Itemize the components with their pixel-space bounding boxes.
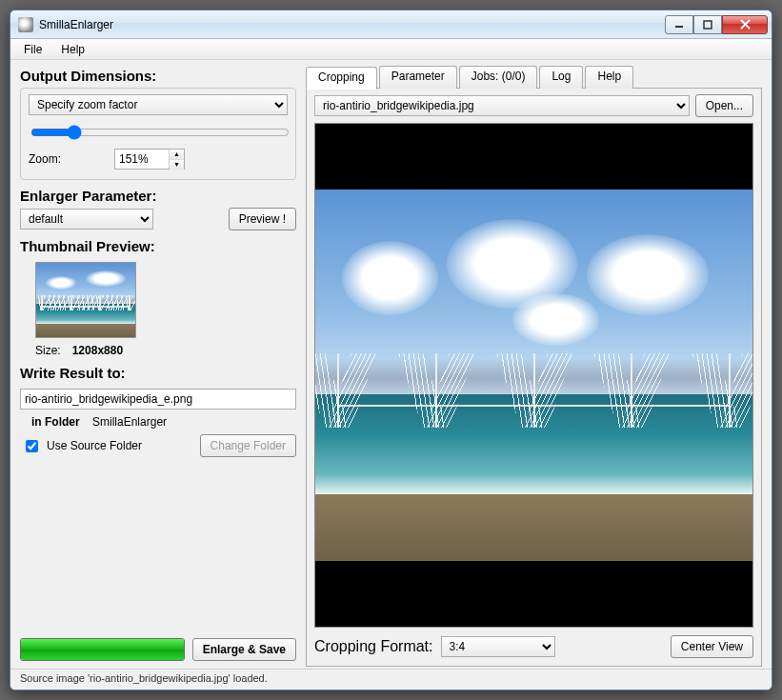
thumbnail-image	[35, 262, 136, 338]
parameter-preset-combo[interactable]: default	[20, 209, 153, 230]
source-file-combo[interactable]: rio-antirio_bridgewikipedia.jpg	[314, 95, 690, 116]
minimize-button[interactable]	[665, 15, 693, 34]
status-bar: Source image 'rio-antirio_bridgewikipedi…	[10, 669, 772, 690]
titlebar: SmillaEnlarger	[10, 10, 772, 39]
close-button[interactable]	[722, 15, 768, 34]
tab-bar: Cropping Parameter Jobs: (0/0) Log Help	[306, 66, 762, 89]
menu-file[interactable]: File	[16, 41, 50, 58]
use-source-folder-checkbox[interactable]	[26, 440, 38, 452]
maximize-button[interactable]	[693, 15, 722, 34]
zoom-spin-down[interactable]: ▼	[170, 160, 184, 170]
image-viewport[interactable]	[314, 123, 753, 628]
use-source-folder-label: Use Source Folder	[47, 439, 142, 452]
enlarger-parameter-heading: Enlarger Parameter:	[20, 188, 296, 204]
tab-log[interactable]: Log	[539, 66, 583, 89]
change-folder-button[interactable]: Change Folder	[200, 434, 296, 457]
tab-jobs[interactable]: Jobs: (0/0)	[459, 66, 538, 89]
app-window: SmillaEnlarger File Help Output Dimensio…	[10, 10, 772, 690]
app-icon	[18, 17, 33, 32]
output-dimensions-group: Specify zoom factor Zoom: ▲ ▼	[20, 88, 296, 180]
tab-panel-cropping: rio-antirio_bridgewikipedia.jpg Open...	[306, 88, 762, 667]
size-label: Size:	[35, 344, 61, 357]
tab-cropping[interactable]: Cropping	[306, 67, 377, 90]
zoom-spin-up[interactable]: ▲	[170, 150, 184, 160]
menu-help[interactable]: Help	[53, 41, 92, 58]
size-value: 1208x880	[72, 344, 123, 357]
output-dimensions-heading: Output Dimensions:	[20, 68, 296, 84]
cropping-format-combo[interactable]: 3:4	[441, 636, 555, 657]
zoom-slider[interactable]	[30, 125, 290, 140]
center-view-button[interactable]: Center View	[671, 635, 753, 658]
zoom-label: Zoom:	[29, 152, 61, 166]
thumbnail-preview-heading: Thumbnail Preview:	[20, 238, 296, 254]
in-folder-label: in Folder	[31, 415, 80, 429]
output-filename-input[interactable]	[20, 389, 296, 410]
tab-parameter[interactable]: Parameter	[379, 66, 457, 89]
open-button[interactable]: Open...	[695, 94, 753, 117]
svg-rect-1	[704, 21, 712, 29]
enlarge-save-button[interactable]: Enlarge & Save	[192, 638, 296, 661]
zoom-mode-combo[interactable]: Specify zoom factor	[29, 94, 288, 115]
write-result-heading: Write Result to:	[20, 365, 296, 381]
zoom-value-input[interactable]	[115, 150, 169, 169]
tab-help[interactable]: Help	[585, 66, 633, 89]
window-title: SmillaEnlarger	[39, 18, 113, 31]
in-folder-value: SmillaEnlarger	[92, 415, 167, 429]
preview-button[interactable]: Preview !	[229, 208, 296, 230]
cropping-format-label: Cropping Format:	[314, 638, 433, 655]
menubar: File Help	[10, 39, 772, 60]
progress-bar	[20, 638, 185, 661]
